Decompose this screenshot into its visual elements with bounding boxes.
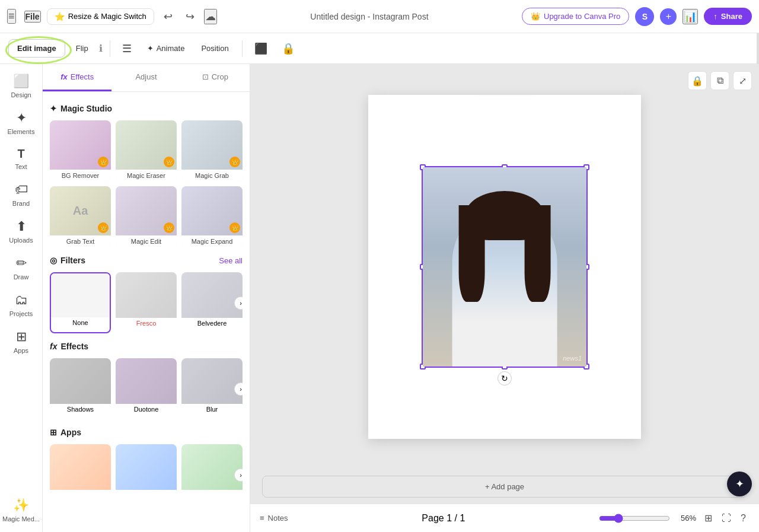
effects-tab-label: Effects xyxy=(71,72,94,81)
magic-expand-item[interactable]: Magic Expand 👑 xyxy=(181,186,243,247)
magic-studio-header: ✦ Magic Studio xyxy=(50,104,243,113)
filter-belvedere[interactable]: Belvedere › xyxy=(181,272,243,333)
analytics-button[interactable]: 📊 xyxy=(683,9,698,24)
sidebar-item-brand[interactable]: 🏷 Brand xyxy=(0,177,42,212)
main-area: ⬜ Design ✦ Elements T Text 🏷 Brand ⬆ Upl… xyxy=(0,64,759,532)
text-icon: T xyxy=(17,147,24,161)
sidebar-item-label: Text xyxy=(15,163,27,170)
sidebar-item-apps[interactable]: ⊞ Apps xyxy=(0,324,42,359)
bg-remover-item[interactable]: BG Remover 👑 xyxy=(50,120,111,181)
secondary-toolbar: Edit image Flip ℹ ☰ ✦ Animate Position ⬛… xyxy=(0,33,759,64)
animate-icon: ✦ xyxy=(147,44,154,53)
see-all-filters[interactable]: See all xyxy=(219,256,243,265)
resize-magic-switch-button[interactable]: ⭐ Resize & Magic Switch xyxy=(47,8,154,25)
edit-image-button[interactable]: Edit image xyxy=(8,39,65,58)
sidebar-item-label: Projects xyxy=(9,310,33,317)
filter-none-label: None xyxy=(51,317,110,328)
file-button[interactable]: File xyxy=(24,11,41,23)
upgrade-button[interactable]: 👑 Upgrade to Canva Pro xyxy=(522,8,629,25)
zoom-percentage: 56% xyxy=(675,514,696,523)
grid-view-button[interactable]: ⊞ xyxy=(701,510,716,526)
bottom-center: Page 1 / 1 xyxy=(422,513,465,524)
view-buttons: ⊞ ⛶ ? xyxy=(701,510,750,526)
zoom-control: 56% ⊞ ⛶ ? xyxy=(599,510,750,526)
add-page-button[interactable]: + Add page xyxy=(262,476,747,498)
app-item-2[interactable] xyxy=(116,444,177,505)
grab-text-item[interactable]: Aa Grab Text 👑 xyxy=(50,186,111,247)
magic-eraser-label: Magic Eraser xyxy=(116,170,177,181)
zoom-slider[interactable] xyxy=(599,514,670,523)
notes-button[interactable]: ≡ Notes xyxy=(260,514,288,523)
sidebar-item-uploads[interactable]: ⬆ Uploads xyxy=(0,214,42,249)
filter-icon: ◎ xyxy=(50,256,57,265)
sidebar-item-projects[interactable]: 🗂 Projects xyxy=(0,288,42,322)
add-collaborator-button[interactable]: + xyxy=(660,8,677,25)
magic-star-icon[interactable]: ✦ xyxy=(727,472,752,496)
tab-crop[interactable]: ⊡ Crop xyxy=(181,64,250,91)
avatar[interactable]: S xyxy=(635,7,654,26)
sidebar-item-design[interactable]: ⬜ Design xyxy=(0,69,42,103)
magic-studio-title: ✦ Magic Studio xyxy=(50,104,112,113)
elements-icon: ✦ xyxy=(16,110,27,126)
app-item-3[interactable]: › xyxy=(181,444,243,505)
rotate-handle[interactable]: ↻ xyxy=(498,371,512,386)
grab-text-label: Grab Text xyxy=(50,235,111,247)
magic-ai-button[interactable]: ✦ xyxy=(727,472,752,496)
undo-button[interactable]: ↩ xyxy=(160,8,176,26)
sidebar-item-text[interactable]: T Text xyxy=(0,142,42,175)
effect-duotone[interactable]: Duotone xyxy=(116,358,177,419)
magic-eraser-item[interactable]: Magic Eraser 👑 xyxy=(116,120,177,181)
crown-badge: 👑 xyxy=(98,157,109,167)
menu-lines-button[interactable]: ☰ xyxy=(117,39,136,58)
apps-section-header: ⊞ Apps xyxy=(50,428,243,437)
tab-adjust[interactable]: Adjust xyxy=(111,64,180,91)
filter-fresco[interactable]: Fresco xyxy=(116,272,177,333)
sidebar-item-label: Draw xyxy=(14,273,29,281)
canvas-wrapper: ⧉ 🗑 ••• xyxy=(250,64,759,470)
cloud-save-button[interactable]: ☁ xyxy=(204,9,217,24)
share-button[interactable]: ↑ Share xyxy=(704,8,752,25)
sidebar-item-elements[interactable]: ✦ Elements xyxy=(0,106,42,140)
animate-button[interactable]: ✦ Animate xyxy=(141,40,191,56)
redo-button[interactable]: ↪ xyxy=(182,8,198,26)
menu-icon[interactable]: ≡ xyxy=(7,9,16,24)
crown-icon: 👑 xyxy=(531,12,540,21)
magic-grab-item[interactable]: Magic Grab 👑 xyxy=(181,120,243,181)
effect-shadows[interactable]: Shadows xyxy=(50,358,111,419)
effect-blur[interactable]: Blur › xyxy=(181,358,243,419)
magic-studio-label: Magic Studio xyxy=(60,104,112,113)
sidebar-item-draw[interactable]: ✏ Draw xyxy=(0,251,42,285)
sidebar-item-magic-media[interactable]: ✨ Magic Med... xyxy=(0,493,42,527)
app-1-label xyxy=(50,490,111,493)
app-item-1[interactable] xyxy=(50,444,111,505)
effect-duotone-label: Duotone xyxy=(116,404,177,415)
canvas-image[interactable]: news1 ↻ xyxy=(422,166,588,368)
position-button[interactable]: Position xyxy=(195,40,234,56)
projects-icon: 🗂 xyxy=(15,292,28,308)
upgrade-label: Upgrade to Canva Pro xyxy=(544,12,620,21)
notes-icon: ≡ xyxy=(260,514,264,523)
apps-icon: ⊞ xyxy=(16,329,27,345)
sidebar-item-label: Magic Med... xyxy=(2,515,40,523)
lock-button[interactable]: 🔒 xyxy=(277,39,299,58)
panel-content: ✦ Magic Studio BG Remover 👑 Magic Eraser… xyxy=(43,92,250,532)
effects-label: Effects xyxy=(60,342,88,351)
topbar: ≡ File ⭐ Resize & Magic Switch ↩ ↪ ☁ Unt… xyxy=(0,0,759,33)
info-icon[interactable]: ℹ xyxy=(99,43,103,54)
fullscreen-button[interactable]: ⛶ xyxy=(718,510,735,526)
help-button[interactable]: ? xyxy=(737,510,750,526)
tab-effects[interactable]: fx Effects xyxy=(43,64,111,91)
flip-button[interactable]: Flip xyxy=(70,40,94,56)
sidebar-item-label: Apps xyxy=(14,347,28,354)
apps-title: ⊞ Apps xyxy=(50,428,81,437)
magic-media-icon: ✨ xyxy=(13,498,29,513)
canvas-page[interactable]: ⧉ 🗑 ••• xyxy=(368,95,641,439)
separator2 xyxy=(242,40,243,57)
transparency-button[interactable]: ⬛ xyxy=(250,39,272,58)
effect-blur-label: Blur xyxy=(181,404,243,415)
apps-grid: › xyxy=(50,444,243,505)
filter-none[interactable]: None xyxy=(50,272,111,333)
app-3-label xyxy=(181,490,243,493)
magic-edit-item[interactable]: Magic Edit 👑 xyxy=(116,186,177,247)
share-label: Share xyxy=(721,12,742,21)
